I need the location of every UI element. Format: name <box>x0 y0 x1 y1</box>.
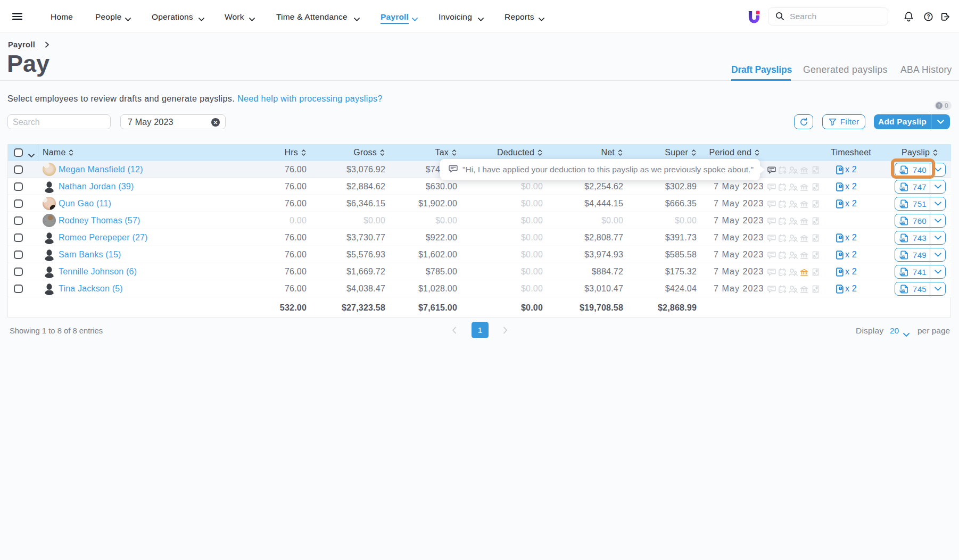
svg-text:PDF: PDF <box>900 238 905 241</box>
svg-text:PDF: PDF <box>900 221 905 224</box>
svg-text:PDF: PDF <box>900 187 905 190</box>
svg-text:PDF: PDF <box>900 255 905 258</box>
svg-text:PDF: PDF <box>900 289 905 292</box>
svg-text:PDF: PDF <box>900 204 905 207</box>
svg-text:PDF: PDF <box>900 272 905 275</box>
svg-text:?: ? <box>927 14 930 20</box>
